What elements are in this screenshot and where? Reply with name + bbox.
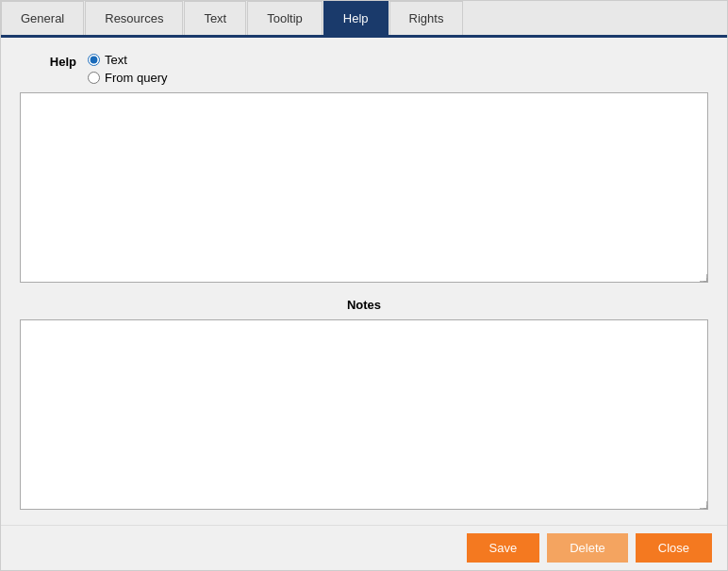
radio-text-label[interactable]: Text [88,53,167,67]
help-label: Help [20,53,76,69]
tab-help[interactable]: Help [323,1,389,35]
tab-resources[interactable]: Resources [85,1,183,35]
tab-rights[interactable]: Rights [389,1,464,35]
close-button[interactable]: Close [636,533,712,563]
footer: Save Delete Close [1,525,727,570]
radio-query-label-text: From query [105,71,167,85]
help-textarea-box [20,92,708,283]
radio-query-input[interactable] [88,72,100,84]
radio-query-label[interactable]: From query [88,71,167,85]
tab-bar: General Resources Text Tooltip Help Righ… [1,1,727,38]
tab-text[interactable]: Text [184,1,246,35]
notes-panel [20,319,708,510]
notes-textarea-box [20,319,708,510]
radio-group: Text From query [88,53,167,85]
help-row: Help Text From query [20,53,708,85]
radio-text-input[interactable] [88,54,100,66]
main-window: General Resources Text Tooltip Help Righ… [0,0,728,571]
tab-general[interactable]: General [1,1,84,35]
notes-label: Notes [20,298,708,312]
tab-tooltip[interactable]: Tooltip [247,1,323,35]
notes-textarea[interactable] [21,320,707,509]
save-button[interactable]: Save [467,533,540,563]
radio-text-label-text: Text [105,53,127,67]
delete-button[interactable]: Delete [547,533,628,563]
help-text-panel [20,92,708,283]
help-textarea[interactable] [21,93,707,282]
content-area: Help Text From query Note [1,38,727,525]
